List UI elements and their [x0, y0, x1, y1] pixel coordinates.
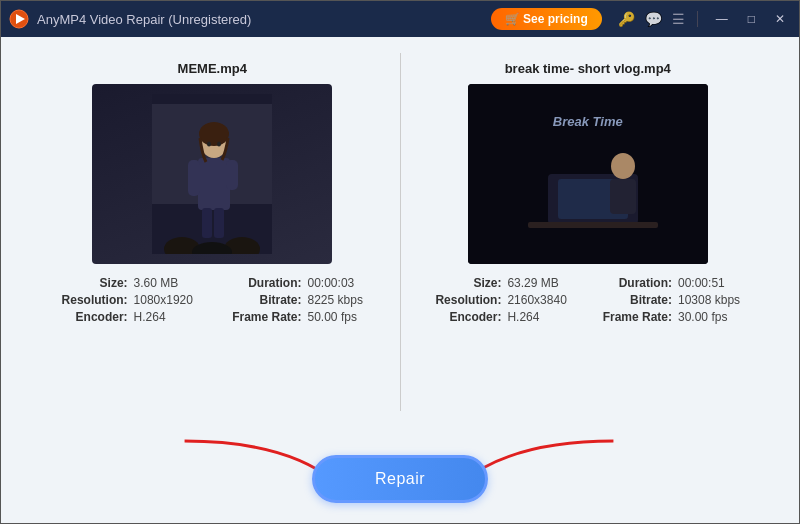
right-encoder-label: Encoder: — [421, 310, 502, 324]
panels-container: MEME.mp4 — [25, 53, 775, 411]
left-panel-title: MEME.mp4 — [178, 61, 247, 76]
svg-rect-21 — [610, 179, 636, 214]
message-icon[interactable]: 💬 — [645, 11, 662, 27]
right-video-thumbnail: Break Time — [468, 84, 708, 264]
svg-rect-7 — [188, 160, 200, 196]
svg-rect-6 — [198, 158, 230, 210]
right-duration-value: 00:00:51 — [678, 276, 755, 290]
left-size-value: 3.60 MB — [134, 276, 210, 290]
main-content: MEME.mp4 — [1, 37, 799, 523]
left-video-figure — [152, 94, 272, 254]
left-duration-label: Duration: — [216, 276, 302, 290]
right-bitrate-value: 10308 kbps — [678, 293, 755, 307]
left-framerate-label: Frame Rate: — [216, 310, 302, 324]
key-icon[interactable]: 🔑 — [618, 11, 635, 27]
right-panel: break time- short vlog.mp4 — [401, 53, 776, 411]
right-size-value: 63.29 MB — [507, 276, 581, 290]
left-duration-value: 00:00:03 — [308, 276, 380, 290]
right-framerate-label: Frame Rate: — [588, 310, 672, 324]
right-encoder-value: H.264 — [507, 310, 581, 324]
svg-point-11 — [207, 142, 211, 147]
right-video-figure — [468, 84, 708, 264]
minimize-button[interactable]: — — [710, 10, 734, 28]
right-resolution-label: Resolution: — [421, 293, 502, 307]
svg-point-12 — [217, 142, 221, 147]
bottom-area: Repair — [25, 421, 775, 511]
right-video-overlay-text: Break Time — [553, 114, 623, 129]
right-bitrate-label: Bitrate: — [588, 293, 672, 307]
see-pricing-button[interactable]: 🛒 See pricing — [491, 8, 602, 30]
left-encoder-value: H.264 — [134, 310, 210, 324]
right-size-label: Size: — [421, 276, 502, 290]
menu-icon[interactable]: ☰ — [672, 11, 685, 27]
left-video-thumbnail — [92, 84, 332, 264]
titlebar-icon-group: 🔑 💬 ☰ — [618, 11, 685, 27]
right-framerate-value: 30.00 fps — [678, 310, 755, 324]
right-resolution-value: 2160x3840 — [507, 293, 581, 307]
close-button[interactable]: ✕ — [769, 10, 791, 28]
repair-button-container: Repair — [312, 455, 488, 503]
left-size-label: Size: — [45, 276, 128, 290]
repair-button[interactable]: Repair — [312, 455, 488, 503]
titlebar: AnyMP4 Video Repair (Unregistered) 🛒 See… — [1, 1, 799, 37]
titlebar-divider — [697, 11, 698, 27]
left-panel-metadata: Size: 3.60 MB Duration: 00:00:03 Resolut… — [41, 276, 384, 324]
app-title: AnyMP4 Video Repair (Unregistered) — [37, 12, 483, 27]
svg-rect-22 — [528, 222, 658, 228]
right-panel-metadata: Size: 63.29 MB Duration: 00:00:51 Resolu… — [417, 276, 760, 324]
svg-point-5 — [199, 122, 229, 146]
left-framerate-value: 50.00 fps — [308, 310, 380, 324]
app-logo — [9, 9, 29, 29]
svg-rect-9 — [202, 208, 212, 238]
left-resolution-label: Resolution: — [45, 293, 128, 307]
svg-rect-8 — [226, 160, 238, 190]
left-resolution-value: 1080x1920 — [134, 293, 210, 307]
right-duration-label: Duration: — [588, 276, 672, 290]
svg-rect-10 — [214, 208, 224, 238]
left-bitrate-value: 8225 kbps — [308, 293, 380, 307]
left-encoder-label: Encoder: — [45, 310, 128, 324]
right-panel-title: break time- short vlog.mp4 — [505, 61, 671, 76]
maximize-button[interactable]: □ — [742, 10, 761, 28]
left-panel: MEME.mp4 — [25, 53, 400, 411]
left-bitrate-label: Bitrate: — [216, 293, 302, 307]
svg-point-20 — [611, 153, 635, 179]
